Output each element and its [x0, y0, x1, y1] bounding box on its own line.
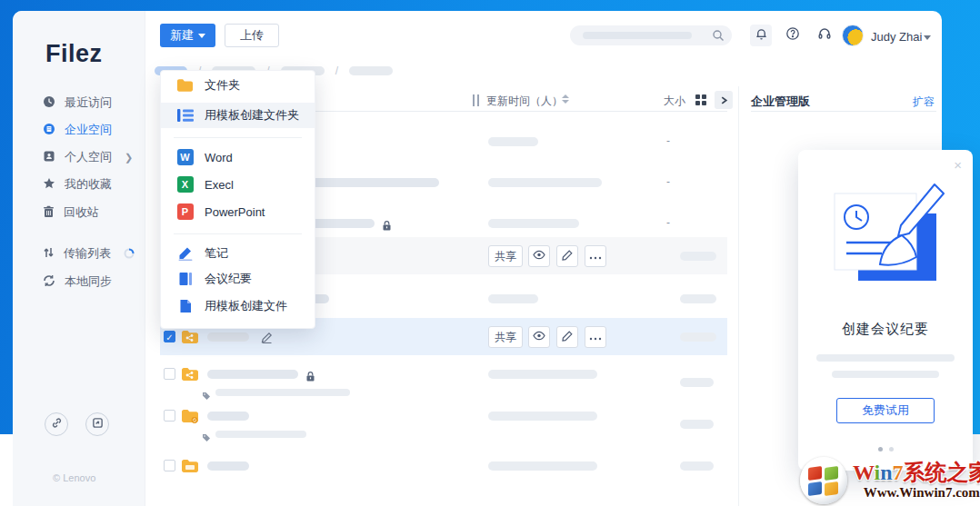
copyright: © Lenovo: [53, 472, 95, 483]
user-menu-caret-icon[interactable]: [924, 35, 931, 40]
preview-button[interactable]: [528, 326, 550, 348]
upload-button[interactable]: 上传: [225, 24, 279, 47]
breadcrumb-item[interactable]: [349, 66, 393, 75]
size-empty: -: [666, 134, 670, 147]
watermark-title-part: n: [880, 461, 892, 484]
free-trial-button[interactable]: 免费试用: [836, 398, 935, 423]
edit-button[interactable]: [556, 326, 578, 348]
sort-icon[interactable]: [562, 94, 569, 104]
preview-button[interactable]: [528, 245, 550, 267]
sidebar-item-最近访问[interactable]: 最近访问: [43, 94, 112, 111]
share-button-label: 共享: [495, 330, 516, 345]
sidebar-item-label: 我的收藏: [65, 176, 112, 193]
chevron-right-icon[interactable]: ❯: [125, 152, 133, 164]
menu-item-Execl[interactable]: XExecl: [161, 172, 315, 197]
menu-divider: [174, 137, 302, 138]
menu-divider: [174, 233, 302, 234]
app-logo: Filez: [45, 40, 103, 68]
windows-logo-icon: [800, 457, 847, 504]
expand-storage-link[interactable]: 扩容: [913, 94, 935, 110]
excel-icon: X: [176, 176, 194, 193]
promo-text-placeholder: [816, 354, 955, 362]
sidebar-item-label: 本地同步: [65, 273, 112, 290]
size-empty: -: [666, 216, 670, 229]
eye-icon: [533, 331, 545, 343]
edit-button[interactable]: [556, 245, 578, 267]
feedback-button[interactable]: [85, 412, 109, 436]
row-checkbox[interactable]: ✓: [164, 331, 175, 342]
row-checkbox[interactable]: [164, 410, 175, 422]
new-dropdown-menu: 文件夹用模板创建文件夹WWordXExeclPPowerPoint笔记会议纪要用…: [160, 70, 315, 329]
help-button[interactable]: [782, 25, 804, 46]
row-checkbox[interactable]: [164, 368, 175, 380]
sidebar-item-本地同步[interactable]: 本地同步: [43, 273, 112, 290]
avatar[interactable]: [842, 25, 864, 46]
menu-item-会议纪要[interactable]: 会议纪要: [161, 266, 315, 292]
notifications-button[interactable]: [750, 25, 772, 46]
menu-item-label: 会议纪要: [205, 271, 252, 287]
powerpoint-icon: P: [176, 203, 194, 220]
carousel-dot-active[interactable]: [878, 447, 883, 451]
menu-item-笔记[interactable]: 笔记: [161, 241, 315, 266]
meeting-notes-icon: [176, 272, 194, 286]
share-button[interactable]: 共享: [488, 245, 523, 267]
table-row[interactable]: [160, 403, 727, 445]
menu-item-用模板创建文件夹[interactable]: 用模板创建文件夹: [161, 103, 315, 128]
sidebar-item-企业空间[interactable]: 企业空间: [43, 122, 112, 138]
table-row[interactable]: [160, 445, 727, 486]
meeting-notes-illustration: [820, 183, 952, 290]
updated-placeholder: [488, 370, 597, 379]
star-icon: [43, 177, 55, 193]
search-input[interactable]: [570, 25, 732, 45]
menu-item-Word[interactable]: WWord: [161, 144, 315, 170]
size-column-header[interactable]: 大小: [664, 94, 685, 109]
menu-item-label: 用模板创建文件夹: [205, 107, 299, 124]
tag-placeholder: [215, 431, 306, 438]
eye-icon: [533, 250, 545, 263]
close-icon[interactable]: ×: [954, 157, 962, 173]
file-name-placeholder[interactable]: [207, 332, 249, 342]
tag-placeholder: [215, 389, 350, 396]
updated-column-header[interactable]: 更新时间（人）: [486, 94, 563, 109]
sidebar-item-个人空间[interactable]: 个人空间❯: [43, 149, 133, 165]
sidebar-item-我的收藏[interactable]: 我的收藏: [43, 176, 112, 193]
file-name-placeholder[interactable]: [207, 412, 249, 421]
table-row[interactable]: [160, 362, 727, 403]
progress-spinner-icon: [124, 248, 135, 259]
free-trial-label: 免费试用: [862, 402, 909, 419]
share-link-button[interactable]: [45, 412, 68, 436]
user-name[interactable]: Judy Zhai: [871, 30, 922, 44]
watermark-title-part: 7: [893, 461, 904, 484]
share-button[interactable]: 共享: [488, 326, 523, 348]
menu-item-文件夹[interactable]: 文件夹: [161, 73, 315, 98]
sidebar-item-label: 最近访问: [65, 94, 112, 111]
carousel-dot[interactable]: [889, 447, 894, 451]
sidebar-item-回收站[interactable]: 回收站: [43, 204, 99, 221]
grid-view-icon[interactable]: [695, 94, 707, 110]
trash-icon: [43, 205, 55, 221]
rename-pencil-icon[interactable]: [261, 331, 273, 347]
menu-item-PowerPoint[interactable]: PPowerPoint: [161, 199, 315, 224]
file-name-placeholder[interactable]: [207, 370, 298, 379]
menu-item-用模板创建文件[interactable]: 用模板创建文件: [161, 293, 315, 319]
new-button[interactable]: 新建: [160, 24, 215, 47]
clock-icon: [43, 95, 55, 111]
file-name-placeholder[interactable]: [207, 461, 249, 471]
template-folder-icon: [176, 108, 194, 123]
support-button[interactable]: [814, 25, 835, 46]
updated-placeholder: [488, 178, 602, 187]
watermark-title-part: W: [853, 461, 875, 484]
column-handle-icon[interactable]: [473, 94, 479, 106]
right-panel-divider: [751, 111, 936, 112]
folder-share-icon: [181, 367, 199, 385]
updated-placeholder: [488, 137, 538, 146]
collapse-right-icon[interactable]: [715, 91, 733, 109]
word-icon: W: [176, 149, 194, 165]
folder-share-icon: [181, 330, 199, 348]
more-button[interactable]: [585, 326, 606, 348]
sidebar-item-传输列表[interactable]: 传输列表: [43, 245, 135, 262]
size-placeholder: [680, 420, 714, 429]
row-checkbox[interactable]: [164, 460, 175, 471]
more-button[interactable]: [585, 245, 606, 267]
menu-item-label: PowerPoint: [205, 205, 265, 219]
